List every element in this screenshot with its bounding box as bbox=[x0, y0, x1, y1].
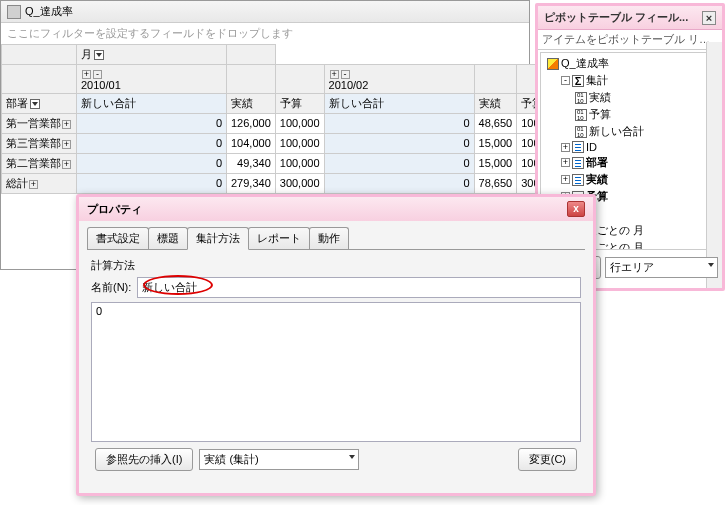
area-select[interactable]: 行エリア bbox=[605, 257, 718, 278]
ref-select[interactable]: 実績 (集計) bbox=[199, 449, 359, 470]
measure-icon bbox=[575, 109, 587, 121]
expand-icon[interactable]: + bbox=[561, 143, 570, 152]
tab-behavior[interactable]: 動作 bbox=[309, 227, 349, 249]
cell[interactable]: 100,000 bbox=[275, 154, 324, 174]
window-icon bbox=[7, 5, 21, 19]
field-icon bbox=[572, 141, 584, 153]
expand-icon[interactable]: + bbox=[330, 70, 339, 79]
cell[interactable]: 15,000 bbox=[474, 154, 517, 174]
cube-icon bbox=[547, 58, 559, 70]
expand-icon[interactable]: + bbox=[62, 120, 71, 129]
section-label: 計算方法 bbox=[87, 256, 585, 275]
tree-label: 実績 bbox=[586, 172, 608, 187]
tree-label: 実績 bbox=[589, 90, 611, 105]
field-icon bbox=[572, 174, 584, 186]
expand-icon[interactable]: + bbox=[29, 180, 38, 189]
cell[interactable]: 126,000 bbox=[227, 114, 276, 134]
cell[interactable]: 0 bbox=[77, 174, 227, 194]
cell[interactable]: 279,340 bbox=[227, 174, 276, 194]
cell[interactable]: 0 bbox=[324, 134, 474, 154]
cell[interactable]: 0 bbox=[324, 114, 474, 134]
dropdown-icon[interactable] bbox=[30, 99, 40, 109]
expression-textarea[interactable]: 0 bbox=[91, 302, 581, 442]
field-icon bbox=[572, 157, 584, 169]
cell[interactable]: 104,000 bbox=[227, 134, 276, 154]
tree-item[interactable]: 新しい合計 bbox=[543, 123, 717, 140]
cell[interactable]: 0 bbox=[324, 154, 474, 174]
collapse-icon[interactable]: - bbox=[341, 70, 350, 79]
cell[interactable]: 0 bbox=[324, 174, 474, 194]
tree-label: ID bbox=[586, 141, 597, 153]
name-input[interactable]: 新しい合計 bbox=[137, 277, 581, 298]
tab-bar: 書式設定 標題 集計方法 レポート 動作 bbox=[79, 221, 593, 249]
blank-cell bbox=[2, 45, 77, 65]
tree-label: Q_達成率 bbox=[561, 56, 609, 71]
dropdown-icon[interactable] bbox=[94, 50, 104, 60]
tree-item[interactable]: 予算 bbox=[543, 106, 717, 123]
expand-icon[interactable]: + bbox=[82, 70, 91, 79]
row-label[interactable]: 第一営業部+ bbox=[2, 114, 77, 134]
expand-icon[interactable]: + bbox=[62, 140, 71, 149]
tab-calc[interactable]: 集計方法 bbox=[187, 227, 249, 250]
row-label[interactable]: 総計+ bbox=[2, 174, 77, 194]
measure-icon bbox=[575, 92, 587, 104]
date-col-1[interactable]: +-2010/02 bbox=[324, 65, 474, 94]
field-panel-titlebar[interactable]: ピボットテーブル フィール... × bbox=[538, 6, 722, 30]
cell[interactable]: 48,650 bbox=[474, 114, 517, 134]
change-button[interactable]: 変更(C) bbox=[518, 448, 577, 471]
blank-cell bbox=[227, 45, 276, 65]
cell[interactable]: 0 bbox=[77, 154, 227, 174]
properties-dialog: プロパティ x 書式設定 標題 集計方法 レポート 動作 計算方法 名前(N):… bbox=[76, 194, 596, 496]
tab-format[interactable]: 書式設定 bbox=[87, 227, 149, 249]
subcol-actual[interactable]: 実績 bbox=[227, 94, 276, 114]
dept-header[interactable]: 部署 bbox=[2, 94, 77, 114]
collapse-icon[interactable]: - bbox=[93, 70, 102, 79]
blank-cell bbox=[474, 65, 517, 94]
row-label[interactable]: 第三営業部+ bbox=[2, 134, 77, 154]
dialog-title-text: プロパティ bbox=[87, 202, 142, 217]
subcol-newsum[interactable]: 新しい合計 bbox=[77, 94, 227, 114]
close-icon[interactable]: x bbox=[567, 201, 585, 217]
cell[interactable]: 100,000 bbox=[275, 134, 324, 154]
cell[interactable]: 49,340 bbox=[227, 154, 276, 174]
date-col-0[interactable]: +-2010/01 bbox=[77, 65, 227, 94]
tree-label: 集計 bbox=[586, 73, 608, 88]
name-label: 名前(N): bbox=[91, 280, 131, 295]
tree-root[interactable]: Q_達成率 bbox=[543, 55, 717, 72]
blank-cell bbox=[227, 65, 276, 94]
tree-item[interactable]: +部署 bbox=[543, 154, 717, 171]
tab-caption[interactable]: 標題 bbox=[148, 227, 188, 249]
cell[interactable]: 0 bbox=[77, 134, 227, 154]
cell[interactable]: 78,650 bbox=[474, 174, 517, 194]
cell[interactable]: 300,000 bbox=[275, 174, 324, 194]
window-title: Q_達成率 bbox=[25, 4, 73, 19]
tree-item[interactable]: -Σ集計 bbox=[543, 72, 717, 89]
tree-label: 予算 bbox=[589, 107, 611, 122]
collapse-icon[interactable]: - bbox=[561, 76, 570, 85]
tree-item[interactable]: 実績 bbox=[543, 89, 717, 106]
subcol-budget[interactable]: 予算 bbox=[275, 94, 324, 114]
row-label[interactable]: 第二営業部+ bbox=[2, 154, 77, 174]
subcol-actual[interactable]: 実績 bbox=[474, 94, 517, 114]
cell[interactable]: 15,000 bbox=[474, 134, 517, 154]
dialog-titlebar[interactable]: プロパティ x bbox=[79, 197, 593, 221]
cell[interactable]: 0 bbox=[77, 114, 227, 134]
scrollbar[interactable] bbox=[706, 52, 720, 250]
subcol-newsum[interactable]: 新しい合計 bbox=[324, 94, 474, 114]
blank-cell bbox=[2, 65, 77, 94]
filter-drop-hint[interactable]: ここにフィルターを設定するフィールドをドロップします bbox=[1, 23, 529, 44]
tab-report[interactable]: レポート bbox=[248, 227, 310, 249]
tree-label: 新しい合計 bbox=[589, 124, 644, 139]
expand-icon[interactable]: + bbox=[62, 160, 71, 169]
month-header[interactable]: 月 bbox=[77, 45, 227, 65]
field-panel-title-text: ピボットテーブル フィール... bbox=[544, 10, 688, 25]
tab-content: 計算方法 名前(N): 新しい合計 0 参照先の挿入(I) 実績 (集計) 変更… bbox=[87, 249, 585, 481]
insert-ref-button[interactable]: 参照先の挿入(I) bbox=[95, 448, 193, 471]
tree-item[interactable]: +ID bbox=[543, 140, 717, 154]
blank-cell bbox=[275, 65, 324, 94]
tree-item[interactable]: +実績 bbox=[543, 171, 717, 188]
cell[interactable]: 100,000 bbox=[275, 114, 324, 134]
close-icon[interactable]: × bbox=[702, 11, 716, 25]
expand-icon[interactable]: + bbox=[561, 175, 570, 184]
expand-icon[interactable]: + bbox=[561, 158, 570, 167]
